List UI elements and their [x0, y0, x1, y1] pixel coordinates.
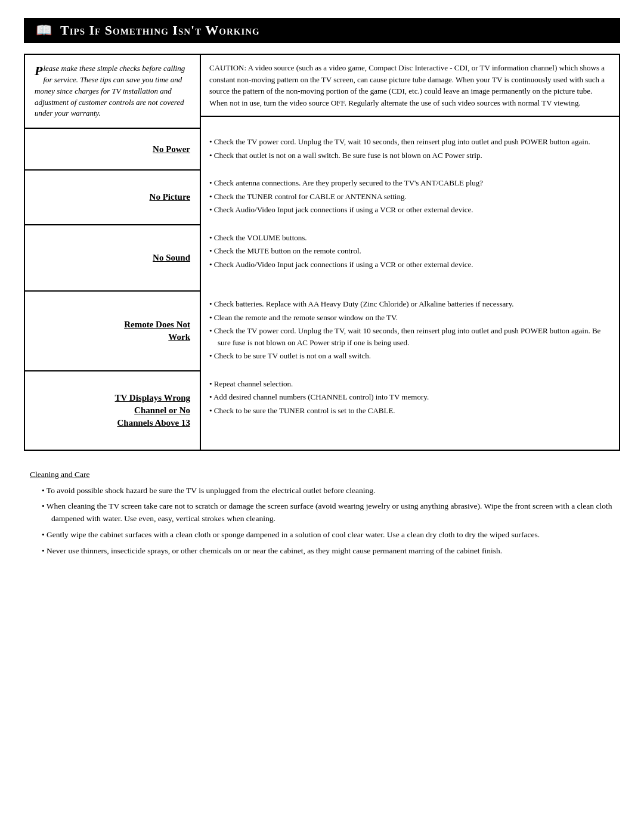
list-item: Check Audio/Video Input jack connections… — [209, 259, 611, 271]
remote-label: Remote Does NotWork — [24, 291, 200, 371]
list-item: Check that outlet is not on a wall switc… — [209, 150, 611, 162]
intro-box: Please make these simple checks before c… — [25, 55, 200, 129]
no-picture-tips: Check antenna connections. Are they prop… — [200, 170, 620, 225]
list-item: Add desired channel numbers (CHANNEL con… — [209, 391, 611, 403]
list-item: Never use thinners, insecticide sprays, … — [42, 545, 614, 558]
no-sound-row: No Sound Check the VOLUME buttons. Check… — [24, 225, 620, 292]
list-item: Check to be sure TV outlet is not on a w… — [209, 350, 611, 362]
intro-row: Please make these simple checks before c… — [24, 54, 620, 129]
cleaning-title: Cleaning and Care — [30, 469, 614, 481]
list-item: Clean the remote and the remote sensor w… — [209, 312, 611, 324]
no-sound-label: No Sound — [24, 225, 200, 292]
no-power-label: No Power — [24, 129, 200, 170]
drop-cap: P — [35, 64, 42, 78]
wrong-channel-row: TV Displays WrongChannel or NoChannels A… — [24, 371, 620, 450]
list-item: To avoid possible shock hazard be sure t… — [42, 485, 614, 497]
list-item: Check the MUTE button on the remote cont… — [209, 245, 611, 257]
intro-cell: Please make these simple checks before c… — [24, 54, 200, 129]
no-power-tips: Check the TV power cord. Unplug the TV, … — [200, 129, 620, 170]
remote-tips: Check batteries. Replace with AA Heavy D… — [200, 291, 620, 371]
wrong-channel-tips: Repeat channel selection. Add desired ch… — [200, 371, 620, 450]
page-title: Tips If Something Isn't Working — [60, 23, 260, 38]
list-item: Check Audio/Video Input jack connections… — [209, 204, 611, 216]
cleaning-section: Cleaning and Care To avoid possible shoc… — [24, 469, 620, 558]
list-item: Repeat channel selection. — [209, 378, 611, 390]
list-item: Gently wipe the cabinet surfaces with a … — [42, 529, 614, 541]
list-item: Check the VOLUME buttons. — [209, 232, 611, 244]
list-item: When cleaning the TV screen take care no… — [42, 500, 614, 525]
caution-text: CAUTION: A video source (such as a video… — [209, 63, 605, 107]
caution-cell: CAUTION: A video source (such as a video… — [200, 54, 620, 129]
cleaning-list: To avoid possible shock hazard be sure t… — [42, 485, 614, 558]
intro-text: lease make these simple checks before ca… — [35, 64, 185, 117]
list-item: Check antenna connections. Are they prop… — [209, 177, 611, 189]
book-icon: 📖 — [36, 23, 52, 38]
page-header: 📖 Tips If Something Isn't Working — [24, 18, 620, 43]
no-power-row: No Power Check the TV power cord. Unplug… — [24, 129, 620, 170]
list-item: Check the TV power cord. Unplug the TV, … — [209, 325, 611, 348]
no-picture-label: No Picture — [24, 170, 200, 225]
main-content-table: Please make these simple checks before c… — [24, 54, 620, 451]
no-sound-tips: Check the VOLUME buttons. Check the MUTE… — [200, 225, 620, 292]
list-item: Check the TUNER control for CABLE or ANT… — [209, 191, 611, 203]
remote-row: Remote Does NotWork Check batteries. Rep… — [24, 291, 620, 371]
caution-box: CAUTION: A video source (such as a video… — [201, 55, 619, 117]
no-picture-row: No Picture Check antenna connections. Ar… — [24, 170, 620, 225]
wrong-channel-label: TV Displays WrongChannel or NoChannels A… — [24, 371, 200, 450]
list-item: Check the TV power cord. Unplug the TV, … — [209, 136, 611, 148]
list-item: Check to be sure the TUNER control is se… — [209, 405, 611, 417]
list-item: Check batteries. Replace with AA Heavy D… — [209, 298, 611, 310]
